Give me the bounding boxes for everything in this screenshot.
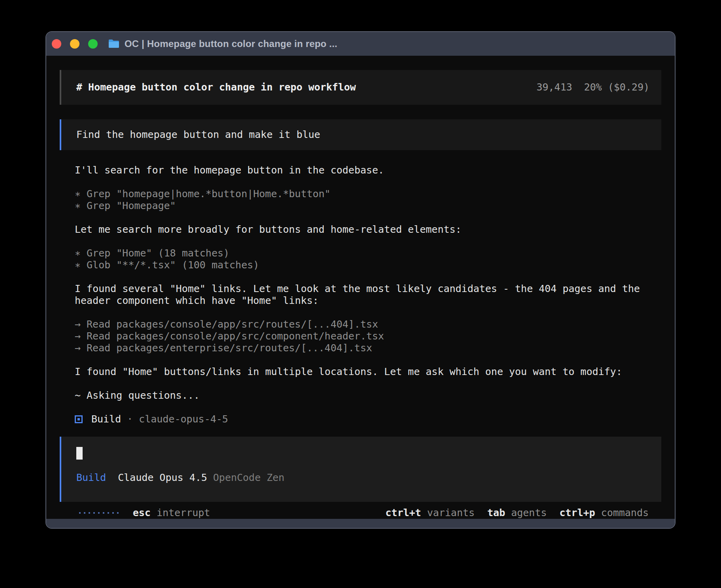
tool-call-text: Grep "Home" (18 matches) — [87, 247, 229, 259]
prompt-input[interactable]: Build Claude Opus 4.5 OpenCode Zen — [60, 437, 661, 502]
arrow-right-icon: → — [75, 318, 81, 330]
input-provider-name: OpenCode Zen — [213, 472, 285, 484]
tool-call-text: Read packages/console/app/src/routes/[..… — [87, 318, 378, 330]
tool-call-group: ∗ Grep "Home" (18 matches) ∗ Glob "**/*.… — [75, 247, 661, 271]
window-titlebar: OC | Homepage button color change in rep… — [46, 32, 675, 56]
agent-name: Build — [91, 413, 121, 425]
assistant-paragraph: I found "Home" buttons/links in multiple… — [75, 366, 661, 378]
tool-call-glob: ∗ Glob "**/*.tsx" (100 matches) — [75, 259, 661, 271]
esc-key-action: interrupt — [157, 507, 210, 519]
working-status: ~ Asking questions... — [75, 390, 661, 401]
esc-key-hint: esc — [133, 507, 151, 519]
session-title: # Homepage button color change in repo w… — [76, 81, 356, 93]
text-cursor — [76, 447, 83, 460]
shortcut-key: ctrl+t — [385, 507, 421, 519]
shortcut-agents: tab agents — [487, 507, 547, 519]
session-header: # Homepage button color change in repo w… — [60, 70, 661, 105]
context-percent: 20% — [584, 81, 602, 93]
status-bar: esc interrupt ctrl+t variants tab agents… — [60, 507, 661, 519]
tool-call-text: Read packages/console/app/src/component/… — [87, 330, 384, 342]
tool-call-grep: ∗ Grep "Home" (18 matches) — [75, 247, 661, 259]
arrow-right-icon: → — [75, 342, 81, 354]
assistant-transcript: I'll search for the homepage button in t… — [60, 164, 661, 425]
tool-call-read: → Read packages/console/app/src/routes/[… — [75, 318, 661, 330]
tool-call-read: → Read packages/enterprise/src/routes/[.… — [75, 342, 661, 354]
status-bar-left: esc interrupt — [79, 507, 210, 519]
shortcut-label: variants — [427, 507, 474, 519]
window-bottom-edge — [46, 519, 675, 529]
input-model-name: Claude Opus 4.5 — [118, 472, 207, 484]
maximize-window-button[interactable] — [88, 39, 98, 49]
close-window-button[interactable] — [52, 39, 61, 49]
spinner-dots-icon — [79, 512, 119, 514]
agent-badge: Build · claude-opus-4-5 — [75, 413, 661, 425]
asterisk-bullet-icon: ∗ — [75, 247, 81, 259]
terminal-content: # Homepage button color change in repo w… — [46, 56, 675, 519]
window-title: OC | Homepage button color change in rep… — [125, 38, 337, 49]
tool-call-text: Read packages/enterprise/src/routes/[...… — [87, 342, 372, 354]
shortcut-variants: ctrl+t variants — [385, 507, 475, 519]
separator-dot: · — [127, 413, 133, 425]
agent-model: claude-opus-4-5 — [139, 413, 228, 425]
tool-call-group: ∗ Grep "homepage|home.*button|Home.*butt… — [75, 188, 661, 212]
assistant-paragraph: I'll search for the homepage button in t… — [75, 164, 661, 176]
agent-square-icon — [75, 415, 83, 423]
shortcut-label: agents — [511, 507, 547, 519]
shortcut-commands: ctrl+p commands — [559, 507, 649, 519]
tool-call-text: Grep "homepage|home.*button|Home.*button… — [87, 188, 330, 200]
tool-call-read: → Read packages/console/app/src/componen… — [75, 330, 661, 342]
user-message: Find the homepage button and make it blu… — [60, 119, 661, 150]
asterisk-bullet-icon: ∗ — [75, 200, 81, 212]
shortcut-key: tab — [487, 507, 505, 519]
read-call-group: → Read packages/console/app/src/routes/[… — [75, 318, 661, 354]
folder-icon — [108, 39, 120, 49]
status-bar-right: ctrl+t variants tab agents ctrl+p comman… — [385, 507, 649, 519]
assistant-paragraph: Let me search more broadly for buttons a… — [75, 224, 661, 236]
session-cost: ($0.29) — [608, 81, 649, 93]
asterisk-bullet-icon: ∗ — [75, 259, 81, 271]
tool-call-grep: ∗ Grep "homepage|home.*button|Home.*butt… — [75, 188, 661, 200]
user-message-text: Find the homepage button and make it blu… — [76, 129, 320, 140]
arrow-right-icon: → — [75, 330, 81, 342]
assistant-paragraph: I found several "Home" links. Let me loo… — [75, 283, 661, 307]
token-count: 39,413 — [536, 81, 572, 93]
shortcut-label: commands — [601, 507, 649, 519]
input-agent-name[interactable]: Build — [76, 472, 106, 484]
tool-call-text: Grep "Homepage" — [87, 200, 176, 212]
shortcut-key: ctrl+p — [559, 507, 595, 519]
input-status-line: Build Claude Opus 4.5 OpenCode Zen — [76, 472, 649, 484]
minimize-window-button[interactable] — [70, 39, 79, 49]
tool-call-text: Glob "**/*.tsx" (100 matches) — [87, 259, 259, 271]
terminal-window: OC | Homepage button color change in rep… — [45, 31, 676, 529]
session-stats: 39,413 20% ($0.29) — [536, 81, 649, 93]
tool-call-grep: ∗ Grep "Homepage" — [75, 200, 661, 212]
asterisk-bullet-icon: ∗ — [75, 188, 81, 200]
